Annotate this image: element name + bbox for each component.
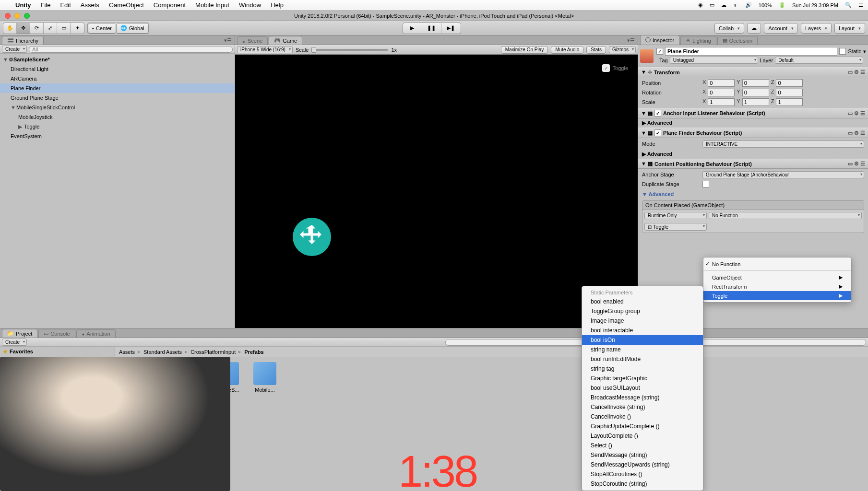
submenu-item[interactable]: BroadcastMessage (string)	[582, 393, 703, 402]
anchor-input-header[interactable]: ▼ ▦ ✓ Anchor Input Listener Behaviour (S…	[638, 108, 868, 118]
submenu-item[interactable]: StopAllCoroutines ()	[582, 469, 703, 479]
animation-tab[interactable]: ⬥ Animation	[76, 329, 116, 338]
submenu-item[interactable]: bool enabled	[582, 297, 703, 306]
submenu-item[interactable]: bool interactable	[582, 326, 703, 335]
menu-gameobject[interactable]: GameObject	[104, 1, 149, 9]
record-icon[interactable]: ◉	[698, 2, 703, 8]
submenu-item[interactable]: bool runInEditMode	[582, 354, 703, 364]
space-button[interactable]: 🌐 Global	[116, 23, 149, 34]
project-tab[interactable]: 📁 Project	[2, 329, 37, 338]
submenu-item[interactable]: ToggleGroup group	[582, 306, 703, 316]
active-checkbox[interactable]: ✓	[656, 48, 663, 55]
project-create-button[interactable]: Create	[2, 339, 27, 346]
menu-component[interactable]: Component	[149, 1, 190, 9]
game-tab[interactable]: 🎮 Game	[269, 36, 302, 45]
hierarchy-item[interactable]: ARCamera	[0, 74, 235, 83]
submenu-item[interactable]: LayoutComplete ()	[582, 431, 703, 441]
hierarchy-item[interactable]: ▶Toggle	[0, 122, 235, 131]
hierarchy-search-input[interactable]	[29, 46, 233, 53]
pause-button[interactable]: ❚❚	[422, 23, 441, 34]
submenu-item[interactable]: string tag	[582, 364, 703, 374]
scl-z-input[interactable]	[776, 98, 803, 106]
panel-menu-icon[interactable]: ▾☰	[624, 36, 638, 45]
scene-row[interactable]: ▼⚙ SampleScene*	[0, 55, 235, 64]
tag-dropdown[interactable]: Untagged	[670, 57, 758, 64]
rot-y-input[interactable]	[742, 89, 769, 96]
submenu-item[interactable]: Graphic targetGraphic	[582, 374, 703, 383]
play-button[interactable]: ▶	[403, 23, 422, 34]
display-icon[interactable]: ▭	[710, 2, 714, 8]
volume-icon[interactable]: 🔊	[745, 2, 752, 8]
menu-item-recttransform[interactable]: RectTransform▶	[703, 282, 851, 291]
menu-window[interactable]: Window	[234, 1, 266, 9]
spotlight-icon[interactable]: 🔍	[845, 2, 852, 8]
gear-icon[interactable]: ▭ ⚙ ☰	[848, 69, 865, 75]
hand-tool-button[interactable]: ✋	[3, 23, 17, 34]
hierarchy-create-button[interactable]: Create	[2, 46, 27, 53]
gizmos-dropdown[interactable]: Gizmos	[609, 46, 636, 53]
menu-mobileinput[interactable]: Mobile Input	[190, 1, 234, 9]
mute-toggle[interactable]: Mute Audio	[551, 46, 583, 54]
lighting-tab[interactable]: ☀ Lighting	[680, 36, 716, 45]
inspector-tab[interactable]: ⓘ Inspector	[640, 35, 679, 45]
hierarchy-item[interactable]: MobileJoystick	[0, 112, 235, 122]
breadcrumb-item[interactable]: Standard Assets	[143, 349, 182, 355]
occlusion-tab[interactable]: ▦ Occlusion	[717, 36, 758, 45]
menu-item-gameobject[interactable]: GameObject▶	[703, 273, 851, 282]
gear-icon[interactable]: ▭ ⚙ ☰	[848, 161, 865, 167]
scl-x-input[interactable]	[708, 98, 735, 106]
sync-icon[interactable]: ☁	[721, 2, 726, 8]
aspect-dropdown[interactable]: iPhone 5 Wide (16:9)	[237, 46, 293, 53]
minimize-window-button[interactable]	[14, 13, 20, 19]
menu-icon[interactable]: ☰	[858, 2, 863, 8]
transform-tool-button[interactable]: ✦	[71, 23, 84, 34]
menu-file[interactable]: File	[36, 1, 56, 9]
function-dropdown[interactable]: No Function	[709, 212, 862, 219]
object-icon[interactable]	[640, 49, 654, 63]
menu-item-toggle[interactable]: Toggle▶	[703, 291, 851, 300]
object-name-input[interactable]	[665, 47, 837, 56]
wifi-icon[interactable]: ᯤ	[733, 2, 738, 8]
layout-dropdown[interactable]: Layout	[834, 23, 865, 34]
submenu-item[interactable]: bool useGUILayout	[582, 383, 703, 393]
submenu-item[interactable]: SendMessage (string)	[582, 450, 703, 460]
maximize-toggle[interactable]: Maximize On Play	[501, 46, 548, 54]
menu-item-nofunction[interactable]: ✓No Function	[703, 259, 851, 269]
hierarchy-item-selected[interactable]: Plane Finder	[0, 83, 235, 93]
hierarchy-item[interactable]: ▼MobileSingleStickControl	[0, 103, 235, 112]
scene-tab[interactable]: ⟁ Scene	[237, 36, 268, 45]
mode-dropdown[interactable]: INTERACTIVE	[702, 140, 864, 148]
clock[interactable]: Sun Jul 29 3:09 PM	[792, 2, 838, 8]
submenu-item[interactable]: string name	[582, 345, 703, 354]
stats-toggle[interactable]: Stats	[586, 46, 606, 54]
step-button[interactable]: ▶❚	[441, 23, 461, 34]
pos-x-input[interactable]	[708, 79, 735, 87]
submenu-item-selected[interactable]: bool isOn	[582, 335, 703, 345]
pos-y-input[interactable]	[742, 79, 769, 87]
submenu-item[interactable]: Select ()	[582, 441, 703, 450]
close-window-button[interactable]	[5, 13, 11, 19]
hierarchy-tab[interactable]: 🟰 Hierarchy	[2, 36, 44, 45]
transform-header[interactable]: ▼ ⊹ Transform▭ ⚙ ☰	[638, 67, 868, 77]
static-dropdown-icon[interactable]: ▾	[863, 48, 866, 55]
favorites-row[interactable]: ★ Favorites	[0, 347, 115, 356]
scl-y-input[interactable]	[742, 98, 769, 106]
hierarchy-item[interactable]: Directional Light	[0, 64, 235, 74]
advanced-toggle[interactable]: ▶ Advanced	[638, 150, 868, 159]
submenu-item[interactable]: SendMessageUpwards (string)	[582, 460, 703, 469]
hierarchy-item[interactable]: Ground Plane Stage	[0, 93, 235, 103]
advanced-toggle-expanded[interactable]: ▼ Advanced	[638, 190, 868, 199]
submenu-item[interactable]: CancelInvoke ()	[582, 412, 703, 421]
gear-icon[interactable]: ▭ ⚙ ☰	[848, 130, 865, 136]
move-tool-button[interactable]: ✥	[17, 23, 30, 34]
collab-dropdown[interactable]: Collab	[714, 23, 744, 34]
target-field[interactable]: ⊡ Toggle	[644, 223, 707, 231]
game-view[interactable]: ✓ Toggle	[235, 55, 638, 328]
submenu-item[interactable]: GraphicUpdateComplete ()	[582, 421, 703, 431]
menu-edit[interactable]: Edit	[55, 1, 75, 9]
plane-finder-header[interactable]: ▼ ▦ ✓ Plane Finder Behaviour (Script)▭ ⚙…	[638, 128, 868, 138]
toggle-checkbox[interactable]: ✓	[602, 64, 610, 72]
app-name[interactable]: Unity	[11, 1, 36, 9]
hierarchy-item[interactable]: EventSystem	[0, 131, 235, 141]
submenu-item[interactable]: CancelInvoke (string)	[582, 402, 703, 412]
